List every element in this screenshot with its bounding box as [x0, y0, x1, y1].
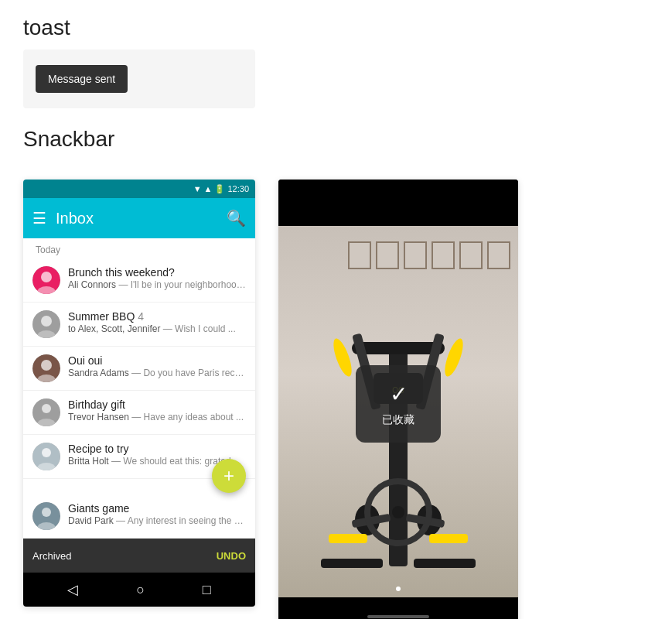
- email-subject-giants: Giants game: [68, 502, 129, 515]
- svg-point-1: [41, 272, 52, 282]
- email-separator: — I'll be in your neighborhood...: [118, 279, 246, 290]
- email-subject-recipe: Recipe to try: [68, 443, 129, 455]
- wall-frames: [348, 241, 510, 269]
- avatar-summer: [32, 310, 60, 338]
- email-count-bbq: 4: [138, 310, 144, 323]
- toast-section: toast Message sent: [23, 15, 649, 108]
- ios-home-indicator[interactable]: [367, 615, 429, 618]
- wall-frame-2: [376, 241, 399, 269]
- fab-button[interactable]: +: [212, 459, 246, 493]
- email-sender-recipe: Britta Holt: [68, 456, 109, 467]
- email-meta: Ali Connors — I'll be in your neighborho…: [68, 279, 246, 290]
- svg-point-16: [42, 508, 51, 517]
- svg-rect-19: [414, 559, 476, 568]
- email-content-oui: Oui oui Sandra Adams — Do you have Paris…: [68, 354, 246, 378]
- saved-check-icon: ✓: [390, 381, 408, 407]
- email-item-bbq[interactable]: Summer BBQ 4 to Alex, Scott, Jennifer — …: [23, 303, 255, 347]
- saved-overlay: ✓ 已收藏: [356, 365, 441, 443]
- svg-rect-32: [329, 534, 367, 543]
- email-content-brunch: Brunch this weekend? Ali Connors — I'll …: [68, 266, 246, 290]
- android-status-bar: ▼ ▲ 🔋 12:30: [23, 180, 255, 198]
- email-subject-line-giants: Giants game: [68, 502, 246, 515]
- email-content-giants: Giants game David Park — Any interest in…: [68, 502, 246, 526]
- email-subject-line: Brunch this weekend?: [68, 266, 246, 279]
- svg-rect-33: [429, 534, 468, 543]
- email-subject-line-oui: Oui oui: [68, 354, 246, 367]
- svg-point-4: [41, 316, 52, 327]
- back-nav-icon[interactable]: ◁: [67, 581, 78, 598]
- android-nav-bar: ◁ ○ □: [23, 573, 255, 607]
- email-subject-line-birthday: Birthday gift: [68, 398, 246, 411]
- email-sender-birthday: Trevor Hansen: [68, 412, 129, 422]
- wall-frame-3: [404, 241, 427, 269]
- wall-frame-4: [432, 241, 455, 269]
- email-meta-bbq: to Alex, Scott, Jennifer — Wish I could …: [68, 323, 246, 334]
- email-item-oui[interactable]: Oui oui Sandra Adams — Do you have Paris…: [23, 347, 255, 391]
- android-phone: ▼ ▲ 🔋 12:30 ☰ Inbox 🔍 Today: [23, 180, 255, 607]
- email-content-bbq: Summer BBQ 4 to Alex, Scott, Jennifer — …: [68, 310, 246, 334]
- ios-page-dot: [396, 587, 401, 591]
- email-meta-oui: Sandra Adams — Do you have Paris reco...: [68, 368, 246, 378]
- signal-icon: ▲: [204, 184, 213, 193]
- wall-frame-6: [487, 241, 510, 269]
- snackbar-bar: Archived UNDO: [23, 539, 255, 573]
- email-subject: Brunch this weekend?: [68, 266, 175, 279]
- time-display: 12:30: [227, 184, 249, 193]
- email-preview-bbq: — Wish I could ...: [163, 323, 236, 334]
- ios-bottom-bar: [278, 597, 518, 619]
- avatar-david: [32, 502, 60, 530]
- avatar-ali: [32, 266, 60, 294]
- avatar-sandra: [32, 354, 60, 382]
- email-meta-birthday: Trevor Hansen — Have any ideas about ...: [68, 412, 246, 422]
- snackbar-text: Archived: [32, 550, 72, 562]
- email-sender: Ali Connors: [68, 279, 116, 290]
- snackbar-title: Snackbar: [23, 127, 649, 152]
- svg-point-7: [41, 360, 52, 371]
- svg-point-35: [392, 506, 404, 518]
- ios-image-area: OG ✓ 已收藏: [278, 226, 518, 597]
- avatar-trevor: [32, 398, 60, 426]
- snackbar-section: Snackbar: [23, 127, 649, 161]
- email-preview-birthday: — Have any ideas about ...: [131, 412, 244, 422]
- email-preview-oui: — Do you have Paris reco...: [131, 368, 246, 378]
- ios-top-bar: [278, 180, 518, 226]
- search-icon[interactable]: 🔍: [227, 209, 246, 227]
- snackbar-action-button[interactable]: UNDO: [217, 550, 246, 562]
- wall-frame-5: [459, 241, 483, 269]
- email-preview-giants: — Any interest in seeing the G...: [116, 515, 246, 526]
- svg-rect-18: [321, 559, 383, 568]
- svg-point-13: [42, 448, 51, 457]
- android-app-bar: ☰ Inbox 🔍: [23, 198, 255, 238]
- email-sender-oui: Sandra Adams: [68, 368, 129, 378]
- wifi-icon: ▼: [193, 184, 202, 193]
- main-columns: ▼ ▲ 🔋 12:30 ☰ Inbox 🔍 Today: [23, 180, 649, 619]
- svg-point-10: [42, 404, 51, 413]
- wall-frame-1: [348, 241, 371, 269]
- email-content-birthday: Birthday gift Trevor Hansen — Have any i…: [68, 398, 246, 422]
- status-bar-icons: ▼ ▲ 🔋 12:30: [193, 184, 249, 194]
- email-sender-giants: David Park: [68, 515, 114, 526]
- saved-text: 已收藏: [382, 413, 414, 427]
- toast-message: Message sent: [36, 65, 128, 93]
- email-subject-bbq: Summer BBQ: [68, 310, 135, 323]
- avatar-britta: [32, 443, 60, 470]
- toast-title: toast: [23, 15, 649, 40]
- recent-nav-icon[interactable]: □: [203, 582, 211, 598]
- email-subject-line-bbq: Summer BBQ 4: [68, 310, 246, 323]
- email-subject-birthday: Birthday gift: [68, 398, 125, 411]
- email-subject-oui: Oui oui: [68, 354, 102, 367]
- svg-point-25: [442, 337, 467, 378]
- email-meta-giants: David Park — Any interest in seeing the …: [68, 515, 246, 526]
- toast-container: Message sent: [23, 50, 255, 108]
- hamburger-icon[interactable]: ☰: [32, 209, 46, 227]
- app-bar-title: Inbox: [56, 210, 217, 227]
- battery-icon: 🔋: [214, 184, 225, 194]
- list-header: Today: [23, 238, 255, 258]
- svg-point-24: [330, 337, 356, 378]
- ios-phone: OG ✓ 已收藏: [278, 180, 518, 619]
- home-nav-icon[interactable]: ○: [136, 582, 145, 598]
- email-subject-line-recipe: Recipe to try: [68, 443, 246, 455]
- email-item-brunch[interactable]: Brunch this weekend? Ali Connors — I'll …: [23, 258, 255, 303]
- email-sender-bbq: to Alex, Scott, Jennifer: [68, 323, 160, 334]
- email-item-birthday[interactable]: Birthday gift Trevor Hansen — Have any i…: [23, 391, 255, 435]
